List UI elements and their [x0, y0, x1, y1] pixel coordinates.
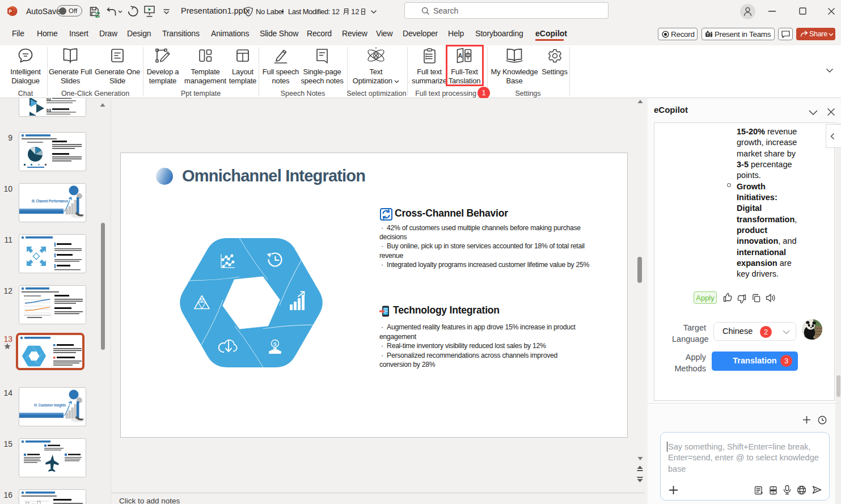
svg-text:IV. Customer Insights: IV. Customer Insights	[34, 403, 66, 408]
svg-text:P: P	[9, 9, 12, 14]
svg-text:03: 03	[47, 108, 51, 112]
svg-text:?: ?	[247, 9, 250, 14]
svg-text:T: T	[707, 32, 709, 36]
svg-text:S: S	[273, 341, 277, 347]
svg-text:III. Channel Performance: III. Channel Performance	[32, 199, 68, 203]
